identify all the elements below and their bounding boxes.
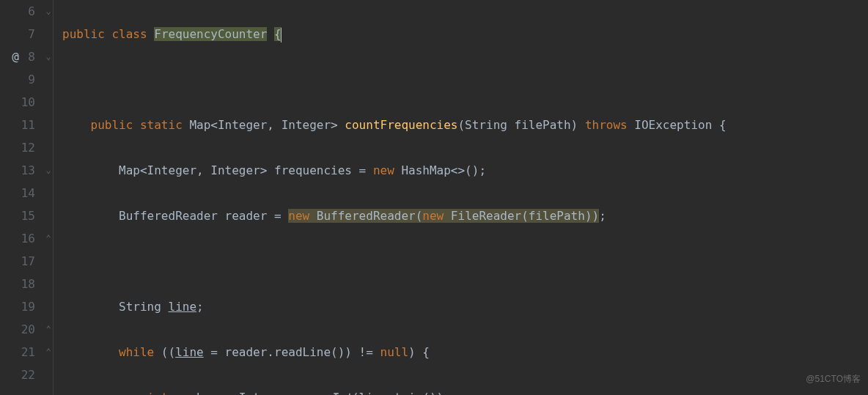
caret-icon — [281, 28, 282, 43]
fold-toggle-icon[interactable]: ⌃ — [44, 318, 53, 341]
code-line: public static Map<Integer, Integer> coun… — [62, 114, 868, 136]
line-number: 16 — [0, 227, 35, 250]
code-line: Map<Integer, Integer> frequencies = new … — [62, 159, 868, 182]
line-number: 14 — [0, 182, 35, 204]
method-name: countFrequencies — [345, 118, 457, 132]
line-number: 21 — [0, 341, 35, 363]
line-number: 10 — [0, 91, 35, 114]
code-line: BufferedReader reader = new BufferedRead… — [62, 204, 868, 227]
code-area[interactable]: public class FrequencyCounter { public s… — [54, 0, 868, 395]
override-gutter-icon[interactable]: @ — [12, 45, 19, 68]
line-number: 20 — [0, 318, 35, 341]
line-number: @8 — [0, 45, 35, 68]
class-name: FrequencyCounter — [154, 27, 267, 41]
watermark-text: @51CTO博客 — [806, 368, 861, 391]
fold-toggle-icon[interactable]: ⌄ — [44, 0, 53, 23]
line-number: 22 — [0, 363, 35, 386]
line-number-gutter: 6 7 @8 9 10 11 12 13 14 15 16 17 18 19 2… — [0, 0, 43, 395]
line-number: 9 — [0, 68, 35, 91]
code-line: int number = Integer.parseInt(line.trim(… — [62, 386, 868, 395]
line-number: 15 — [0, 204, 35, 227]
code-editor[interactable]: 6 7 @8 9 10 11 12 13 14 15 16 17 18 19 2… — [0, 0, 868, 395]
fold-toggle-icon[interactable]: ⌃ — [44, 341, 53, 363]
line-number: 12 — [0, 136, 35, 159]
code-line: while ((line = reader.readLine()) != nul… — [62, 341, 868, 363]
warning-highlight: new BufferedReader(new FileReader(filePa… — [288, 209, 599, 223]
line-number: 7 — [0, 23, 35, 45]
fold-toggle-icon[interactable]: ⌃ — [44, 227, 53, 250]
code-line — [62, 68, 868, 91]
line-number: 11 — [0, 114, 35, 136]
code-line: String line; — [62, 295, 868, 318]
line-number: 19 — [0, 295, 35, 318]
line-number: 17 — [0, 250, 35, 273]
line-number: 13 — [0, 159, 35, 182]
fold-toggle-icon[interactable]: ⌄ — [44, 45, 53, 68]
code-line — [62, 250, 868, 273]
line-number: 6 — [0, 0, 35, 23]
code-line: public class FrequencyCounter { — [62, 23, 868, 45]
line-number: 18 — [0, 273, 35, 295]
fold-toggle-icon[interactable]: ⌄ — [44, 159, 53, 182]
fold-column: ⌄ ⌄ ⌄ ⌃ ⌃ ⌃ — [43, 0, 53, 395]
